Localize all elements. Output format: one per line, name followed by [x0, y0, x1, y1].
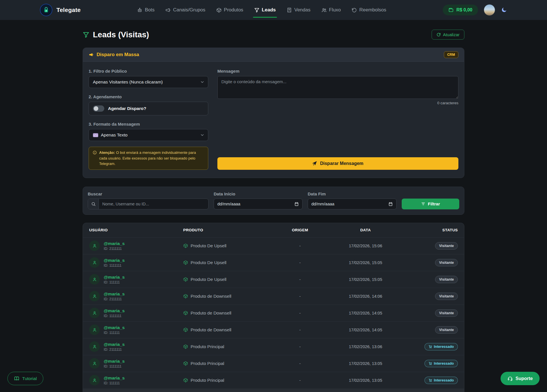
table-body: @maria_s ID: 2111111 Produto De Upsell -… — [83, 237, 464, 392]
username-link[interactable]: @maria_s — [104, 291, 125, 297]
format-select[interactable]: Apenas Texto — [89, 129, 208, 141]
warning-box: Atenção: O bot enviará a mensagem indivi… — [89, 147, 208, 170]
username-link[interactable]: @maria_s — [104, 325, 125, 330]
nav-item-bots[interactable]: Bots — [137, 0, 154, 20]
date-start-value: dd/mm/aaaa — [217, 202, 240, 206]
table-header: USUÁRIO PRODUTO ORIGEM DATA STATUS — [83, 223, 464, 237]
table-row[interactable]: @maria_s ID: 1111111 Produto de Downsell… — [83, 305, 464, 321]
status-badge: Visitante — [435, 309, 458, 317]
balance-pill[interactable]: R$ 0,00 — [443, 5, 478, 15]
user-id: ID: 1111111 — [104, 364, 125, 368]
schedule-toggle-box: Agendar Disparo? — [89, 102, 208, 115]
schedule-toggle[interactable] — [93, 105, 104, 112]
table-row[interactable]: @maria_s ID: 111111 Produto de Downsell … — [83, 321, 464, 338]
nav-label: Canais/Grupos — [173, 7, 205, 13]
product-name: Produto de Downsell — [191, 311, 231, 316]
support-button[interactable]: Suporte — [501, 372, 540, 385]
product-name: Produto De Upsell — [191, 260, 226, 265]
row-avatar-user-icon — [89, 240, 100, 251]
refresh-label: Atualizar — [443, 32, 460, 37]
cart-icon — [428, 362, 432, 365]
rotate-ccw-icon — [352, 7, 357, 13]
origin-value: - — [277, 311, 323, 315]
product-name: Produto Principal — [191, 378, 224, 383]
funnel-icon — [254, 7, 260, 13]
nav-item-fluxo[interactable]: Fluxo — [321, 0, 341, 20]
user-id: ID: 2111111 — [104, 247, 125, 251]
refresh-button[interactable]: Atualizar — [432, 30, 464, 40]
cart-icon — [428, 378, 432, 382]
row-avatar-user-icon — [89, 358, 100, 369]
nav-item-leads[interactable]: Leads — [254, 0, 276, 20]
filter-button[interactable]: Filtrar — [402, 199, 459, 209]
user-id: ID: 111111 — [104, 381, 125, 385]
origin-value: - — [277, 378, 323, 383]
send-icon — [312, 161, 317, 166]
nav-item-vendas[interactable]: Vendas — [287, 0, 311, 20]
page-title: Leads (Visitas) — [83, 30, 149, 39]
table-row[interactable]: @joao_santos ID: 2222222 Produto De Upse… — [83, 389, 464, 392]
user-id: ID: 1111111 — [104, 314, 125, 318]
product-name: Produto De Upsell — [191, 277, 226, 282]
nav-item-produtos[interactable]: Produtos — [216, 0, 243, 20]
package-icon — [183, 361, 188, 366]
table-row[interactable]: @maria_s ID: 2111111 Produto De Upsell -… — [83, 237, 464, 254]
nav-label: Reembolsos — [359, 7, 386, 13]
username-link[interactable]: @maria_s — [104, 275, 125, 280]
username-link[interactable]: @maria_s — [104, 241, 125, 246]
product-name: Produto De Upsell — [191, 243, 226, 248]
table-row[interactable]: @maria_s ID: 2111111 Produto de Downsell… — [83, 288, 464, 305]
package-icon — [183, 327, 188, 332]
table-row[interactable]: @maria_s ID: 1111111 Produto Principal -… — [83, 355, 464, 372]
leads-table: USUÁRIO PRODUTO ORIGEM DATA STATUS @mari… — [83, 223, 464, 392]
date-end-value: dd/mm/aaaa — [311, 202, 334, 206]
date-value: 17/02/2026, 15:05 — [323, 277, 408, 282]
nav-item-reembolsos[interactable]: Reembolsos — [352, 0, 386, 20]
date-start-label: Data Início — [214, 191, 303, 196]
table-row[interactable]: @maria_s ID: 2111111 Produto Principal -… — [83, 338, 464, 355]
package-icon — [183, 260, 188, 265]
send-message-button[interactable]: Disparar Mensagem — [217, 157, 458, 170]
funnel-icon — [83, 31, 89, 38]
users-icon — [321, 7, 327, 13]
audience-filter-select[interactable]: Apenas Visitantes (Nunca clicaram) — [89, 76, 208, 88]
refresh-icon — [436, 32, 441, 37]
brand-logo-icon — [40, 4, 52, 16]
username-link[interactable]: @maria_s — [104, 375, 125, 381]
crm-badge: CRM — [444, 51, 458, 58]
message-textarea[interactable] — [217, 76, 458, 99]
package-icon — [183, 311, 188, 315]
calendar-icon — [388, 202, 393, 206]
audience-filter-value: Apenas Visitantes (Nunca clicaram) — [93, 79, 163, 85]
column-header-status: STATUS — [408, 228, 458, 232]
tutorial-button[interactable]: Tutorial — [7, 372, 43, 385]
search-input[interactable] — [99, 199, 208, 209]
date-end-input[interactable]: dd/mm/aaaa — [308, 199, 397, 209]
broadcast-title-text: Disparo em Massa — [97, 52, 139, 58]
username-link[interactable]: @maria_s — [104, 342, 125, 347]
nav-label: Vendas — [294, 7, 311, 13]
username-link[interactable]: @maria_s — [104, 359, 125, 364]
nav-item-canais-grupos[interactable]: Canais/Grupos — [165, 0, 205, 20]
envelope-icon — [93, 133, 98, 137]
tutorial-label: Tutorial — [22, 376, 37, 381]
package-icon — [183, 294, 188, 299]
dark-mode-toggle[interactable] — [501, 7, 507, 13]
user-avatar[interactable] — [484, 4, 495, 16]
user-id: ID: 2111111 — [104, 297, 125, 301]
bot-icon — [137, 7, 142, 13]
product-name: Produto de Downsell — [191, 294, 231, 299]
date-start-input[interactable]: dd/mm/aaaa — [214, 199, 303, 209]
brand-name: Telegate — [56, 7, 81, 13]
username-link[interactable]: @maria_s — [104, 308, 125, 313]
table-row[interactable]: @maria_s ID: 111111 Produto Principal - … — [83, 372, 464, 389]
top-nav-bar: Telegate Bots Canais/Grupos Produtos Lea… — [0, 0, 547, 20]
send-label: Disparar Mensagem — [320, 161, 363, 166]
page-title-text: Leads (Visitas) — [93, 30, 149, 39]
username-link[interactable]: @maria_s — [104, 258, 125, 263]
date-value: 17/02/2026, 15:06 — [323, 244, 408, 248]
brand[interactable]: Telegate — [40, 4, 81, 16]
table-row[interactable]: @maria_s ID: 1111111 Produto De Upsell -… — [83, 254, 464, 271]
table-row[interactable]: @maria_s ID: 111111 Produto De Upsell - … — [83, 271, 464, 288]
user-id: ID: 1111111 — [104, 264, 125, 268]
